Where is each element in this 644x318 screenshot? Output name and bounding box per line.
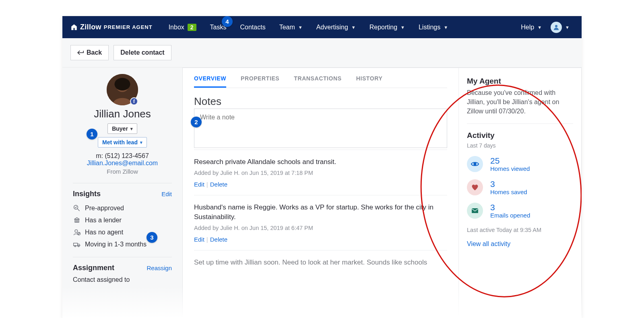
right-panel: My Agent Because you've confirmed with J… bbox=[458, 68, 581, 318]
brand-text-2: PREMIER AGENT bbox=[104, 24, 153, 30]
activity-emails-opened[interactable]: 3 Emails opened bbox=[467, 203, 573, 219]
activity-label: Homes saved bbox=[490, 189, 527, 195]
nav-team[interactable]: Team▼ bbox=[279, 24, 303, 31]
svg-line-11 bbox=[78, 233, 80, 235]
inbox-badge: 2 bbox=[188, 24, 196, 31]
activity-count: 3 bbox=[490, 203, 530, 212]
main-center: OVERVIEW PROPERTIES TRANSACTIONS HISTORY… bbox=[183, 68, 458, 318]
activity-count: 25 bbox=[490, 156, 530, 165]
activity-homes-viewed[interactable]: 25 Homes viewed bbox=[467, 156, 573, 172]
activity-homes-saved[interactable]: 3 Homes saved bbox=[467, 179, 573, 195]
activity-title: Activity bbox=[467, 131, 573, 140]
content: f Jillian Jones Buyer ▾ Met with lead ▾ bbox=[62, 68, 582, 318]
note-text: Set up time with Jillian soon. Need to l… bbox=[194, 258, 447, 268]
nav-inbox-label: Inbox bbox=[169, 24, 184, 31]
chevron-down-icon: ▼ bbox=[565, 25, 570, 30]
note-delete-link[interactable]: Delete bbox=[210, 181, 227, 188]
note-edit-link[interactable]: Edit bbox=[194, 236, 204, 243]
svg-rect-16 bbox=[472, 208, 478, 213]
facebook-badge-icon: f bbox=[130, 97, 138, 105]
back-button[interactable]: Back bbox=[70, 45, 109, 60]
eye-icon bbox=[467, 156, 483, 172]
chevron-down-icon: ▾ bbox=[140, 140, 142, 145]
note-input[interactable] bbox=[194, 109, 447, 148]
tab-properties[interactable]: PROPERTIES bbox=[241, 75, 279, 88]
insights-title: Insights bbox=[73, 190, 101, 198]
truck-icon bbox=[73, 240, 81, 248]
my-agent-title: My Agent bbox=[467, 77, 573, 86]
zillow-logo-icon bbox=[70, 24, 78, 31]
annotation-marker-3: 3 bbox=[147, 232, 157, 243]
assignment-title: Assignment bbox=[73, 264, 114, 272]
nav-listings[interactable]: Listings▼ bbox=[419, 24, 448, 31]
brand-text-1: Zillow bbox=[80, 23, 101, 31]
tab-history[interactable]: HISTORY bbox=[356, 75, 383, 88]
assignment-text: Contact assigned to bbox=[73, 276, 172, 283]
view-all-activity-link[interactable]: View all activity bbox=[467, 240, 573, 248]
note-edit-link[interactable]: Edit bbox=[194, 181, 204, 188]
app-window: Zillow PREMIER AGENT Inbox 2 Tasks Conta… bbox=[62, 16, 582, 318]
insight-preapproved: Pre-approved bbox=[73, 202, 172, 214]
note-actions: Edit|Delete bbox=[194, 236, 447, 243]
svg-point-15 bbox=[474, 163, 476, 165]
note-item: Set up time with Jillian soon. Need to l… bbox=[194, 250, 447, 268]
note-meta: Added by Julie H. on Jun 15, 2019 at 7:1… bbox=[194, 170, 447, 176]
delete-contact-button[interactable]: Delete contact bbox=[114, 45, 171, 60]
annotation-marker-2: 2 bbox=[191, 117, 202, 127]
activity-count: 3 bbox=[490, 179, 527, 189]
back-arrow-icon bbox=[77, 50, 84, 55]
chevron-down-icon: ▼ bbox=[298, 25, 303, 30]
contact-name: Jillian Jones bbox=[73, 108, 172, 120]
profile-block: f Jillian Jones Buyer ▾ Met with lead ▾ bbox=[73, 74, 172, 183]
nav-advertising[interactable]: Advertising▼ bbox=[316, 24, 356, 31]
note-text: Research private Allandale schools and t… bbox=[194, 157, 447, 167]
assignment-section: Assignment Reassign Contact assigned to bbox=[73, 257, 172, 290]
avatar-icon bbox=[551, 22, 562, 33]
contact-type-dropdown[interactable]: Buyer ▾ bbox=[107, 123, 137, 134]
chevron-down-icon: ▾ bbox=[130, 126, 133, 131]
chevron-down-icon: ▼ bbox=[537, 25, 542, 30]
svg-point-9 bbox=[75, 230, 78, 232]
chevron-down-icon: ▼ bbox=[444, 25, 448, 30]
avatar-wrap: f bbox=[107, 74, 138, 105]
nav-inbox[interactable]: Inbox 2 bbox=[169, 24, 196, 31]
divider bbox=[467, 123, 573, 124]
annotation-marker-1: 1 bbox=[87, 129, 97, 140]
note-actions: Edit|Delete bbox=[194, 181, 447, 188]
tabs: OVERVIEW PROPERTIES TRANSACTIONS HISTORY bbox=[194, 68, 447, 88]
nav-contacts[interactable]: Contacts bbox=[240, 24, 266, 31]
insights-section: Insights Edit Pre-approved Has a lender … bbox=[73, 183, 172, 257]
contact-phone: m: (512) 123-4567 bbox=[73, 152, 172, 160]
insight-moving: Moving in 1-3 months bbox=[73, 238, 172, 250]
insight-has-lender: Has a lender bbox=[73, 214, 172, 226]
heart-icon bbox=[467, 179, 483, 195]
activity-label: Emails opened bbox=[490, 212, 530, 219]
activity-range: Last 7 days bbox=[467, 142, 573, 149]
svg-point-13 bbox=[74, 246, 76, 247]
main-panel: OVERVIEW PROPERTIES TRANSACTIONS HISTORY… bbox=[182, 68, 582, 318]
nav-items: Inbox 2 Tasks Contacts Team▼ Advertising… bbox=[169, 24, 448, 31]
tab-overview[interactable]: OVERVIEW bbox=[194, 75, 226, 88]
insights-edit-link[interactable]: Edit bbox=[161, 191, 172, 197]
note-text: Husband's name is Reggie. Works as a VP … bbox=[194, 203, 447, 222]
activity-label: Homes viewed bbox=[490, 165, 530, 172]
contact-status-dropdown[interactable]: Met with lead ▾ bbox=[98, 137, 147, 148]
top-nav: Zillow PREMIER AGENT Inbox 2 Tasks Conta… bbox=[62, 16, 582, 38]
annotation-marker-4: 4 bbox=[222, 16, 233, 27]
tab-transactions[interactable]: TRANSACTIONS bbox=[294, 75, 341, 88]
reassign-link[interactable]: Reassign bbox=[147, 265, 172, 271]
contact-email-link[interactable]: Jillian.Jones@email.com bbox=[87, 160, 158, 166]
nav-help[interactable]: Help▼ bbox=[521, 24, 542, 31]
preapproved-icon bbox=[73, 204, 81, 212]
mail-icon bbox=[467, 203, 483, 219]
action-bar: Back Delete contact bbox=[62, 38, 582, 68]
nav-reporting[interactable]: Reporting▼ bbox=[369, 24, 405, 31]
nav-profile-menu[interactable]: ▼ bbox=[551, 22, 570, 33]
contact-source: From Zillow bbox=[73, 168, 172, 175]
chevron-down-icon: ▼ bbox=[400, 25, 405, 30]
brand[interactable]: Zillow PREMIER AGENT bbox=[70, 23, 153, 31]
svg-point-3 bbox=[115, 78, 130, 90]
note-delete-link[interactable]: Delete bbox=[210, 236, 227, 243]
contact-sidebar: f Jillian Jones Buyer ▾ Met with lead ▾ bbox=[62, 68, 182, 318]
lender-icon bbox=[73, 216, 81, 224]
